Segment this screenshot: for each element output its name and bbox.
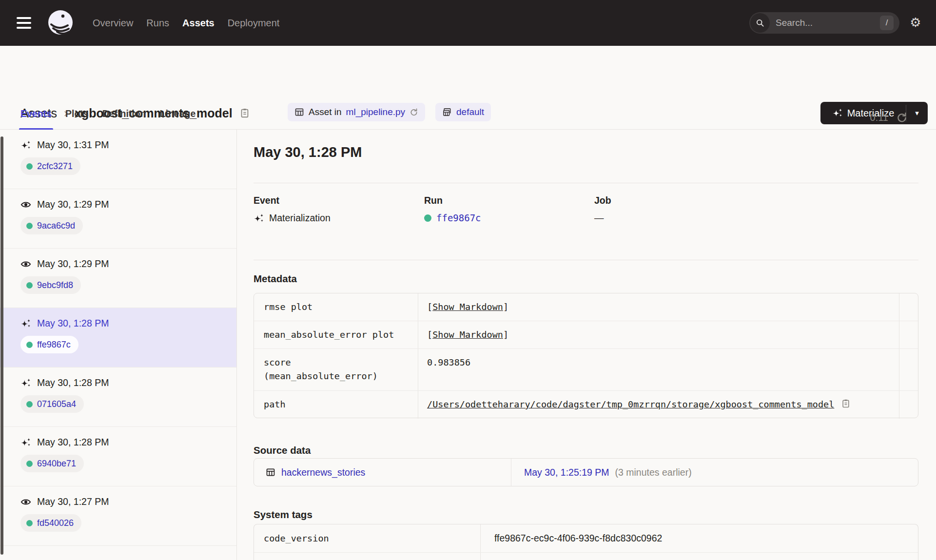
run-status-dot	[26, 401, 33, 407]
event-timestamp: May 30, 1:28 PM	[37, 437, 109, 448]
dagster-asset-page: Overview Runs Assets Deployment Search..…	[0, 0, 936, 560]
materialization-sparkle-icon	[20, 140, 31, 151]
run-status-dot	[26, 520, 33, 526]
score-value: 0.983856	[427, 356, 470, 369]
run-id-link[interactable]: 2cfc3271	[37, 161, 73, 172]
hamburger-menu-icon[interactable]	[17, 15, 36, 31]
system-tag-value: ffe9867c-ec9c-4f06-939c-f8dc830c0962	[481, 524, 918, 552]
run-status-dot	[26, 282, 33, 289]
run-id-link[interactable]: fd540026	[37, 518, 74, 528]
countdown-value: 0:11	[870, 112, 888, 123]
event-list-item[interactable]: May 30, 1:28 PM 071605a4	[0, 367, 236, 427]
materialization-sparkle-icon	[20, 378, 31, 388]
event-timestamp: May 30, 1:31 PM	[37, 139, 109, 151]
run-column-label: Run	[424, 195, 443, 206]
event-list-item[interactable]: May 30, 1:28 PM 6940be71	[0, 427, 236, 486]
source-timestamp-link[interactable]: May 30, 1:25:19 PM	[524, 467, 609, 478]
event-detail-panel: May 30, 1:28 PM Event Run Job Materializ…	[237, 130, 936, 560]
source-asset-cell: hackernews_stories	[254, 459, 511, 486]
top-nav-bar: Overview Runs Assets Deployment Search..…	[0, 0, 936, 46]
event-list-item[interactable]: May 30, 1:29 PM 9ebc9fd8	[0, 249, 236, 308]
run-id-badge[interactable]: ffe9867c	[20, 336, 78, 353]
run-id-link[interactable]: ffe9867c	[436, 212, 481, 223]
run-id-badge[interactable]: fd540026	[20, 514, 81, 532]
run-id-badge[interactable]: 9aca6c9d	[20, 217, 83, 234]
system-tag-row-code-version: code_version ffe9867c-ec9c-4f06-939c-f8d…	[254, 524, 918, 553]
event-list-item-selected[interactable]: May 30, 1:28 PM ffe9867c	[0, 308, 236, 367]
asset-tabs: Events Plots Definition Lineage	[20, 103, 195, 130]
search-placeholder: Search...	[776, 18, 880, 28]
search-input[interactable]: Search... /	[749, 12, 899, 34]
gear-icon[interactable]: ⚙	[908, 15, 923, 30]
system-tag-row-partial	[254, 553, 918, 560]
metadata-heading: Metadata	[254, 273, 297, 285]
run-id-link[interactable]: 9aca6c9d	[37, 221, 75, 231]
metadata-action-cell	[899, 321, 918, 348]
metadata-table: rmse plot [Show Markdown] mean_absolute_…	[254, 293, 918, 418]
run-id-badge[interactable]: 9ebc9fd8	[20, 276, 81, 294]
refresh-countdown: 0:11	[870, 112, 908, 123]
run-id-link[interactable]: ffe9867c	[37, 340, 71, 350]
run-id-badge[interactable]: 6940be71	[20, 455, 84, 472]
run-id-badge[interactable]: 071605a4	[20, 395, 84, 413]
metadata-action-cell	[899, 293, 918, 321]
job-value: —	[594, 212, 604, 224]
metadata-action-cell	[899, 349, 918, 390]
metadata-key: rmse plot	[254, 293, 418, 321]
table-grid-icon	[266, 467, 275, 477]
run-id-link[interactable]: 6940be71	[37, 459, 76, 469]
divider	[254, 183, 918, 183]
source-data-heading: Source data	[254, 444, 311, 456]
divider	[254, 260, 918, 260]
source-relative-time: (3 minutes earlier)	[615, 467, 692, 478]
nav-item-runs[interactable]: Runs	[146, 18, 169, 29]
storage-path-link[interactable]: /Users/odetteharary/code/dagster/tmp_0mz…	[427, 398, 834, 411]
run-id-link[interactable]: 071605a4	[37, 399, 76, 409]
dagster-logo-icon[interactable]	[47, 9, 74, 37]
observation-eye-icon	[20, 259, 31, 270]
event-timestamp: May 30, 1:28 PM	[37, 318, 109, 329]
event-column-label: Event	[254, 195, 279, 206]
event-list-item[interactable]: May 30, 1:27 PM fd540026	[0, 486, 236, 546]
nav-item-assets[interactable]: Assets	[182, 18, 214, 29]
source-asset-link[interactable]: hackernews_stories	[281, 467, 365, 478]
refresh-icon[interactable]	[896, 112, 908, 123]
tab-plots[interactable]: Plots	[65, 103, 89, 130]
metadata-action-cell	[899, 391, 918, 419]
materialization-sparkle-icon	[20, 437, 31, 448]
job-column-label: Job	[594, 195, 611, 206]
run-value: ffe9867c	[424, 212, 481, 223]
event-type-value: Materialization	[254, 212, 331, 224]
sidebar-scrollbar[interactable]	[0, 136, 3, 555]
metadata-row-path: path /Users/odetteharary/code/dagster/tm…	[254, 391, 918, 419]
observation-eye-icon	[20, 199, 31, 210]
event-timestamp: May 30, 1:28 PM	[37, 377, 109, 388]
tab-lineage[interactable]: Lineage	[160, 103, 196, 130]
run-status-dot	[26, 342, 33, 348]
nav-item-deployment[interactable]: Deployment	[228, 18, 280, 29]
event-list-item[interactable]: May 30, 1:31 PM 2cfc3271	[0, 130, 236, 189]
run-id-link[interactable]: 9ebc9fd8	[37, 280, 73, 290]
materialization-sparkle-icon	[20, 318, 31, 329]
show-markdown-link[interactable]: [Show Markdown]	[427, 328, 508, 342]
source-data-table: hackernews_stories May 30, 1:25:19 PM (3…	[254, 458, 918, 486]
show-markdown-link[interactable]: [Show Markdown]	[427, 300, 508, 314]
run-id-badge[interactable]: 2cfc3271	[20, 157, 80, 175]
job-empty-dash: —	[594, 212, 604, 224]
event-type-text: Materialization	[269, 212, 331, 224]
nav-item-overview[interactable]: Overview	[93, 18, 133, 29]
run-status-dot	[424, 214, 431, 222]
metadata-row-mae-plot: mean_absolute_error plot [Show Markdown]	[254, 321, 918, 349]
primary-nav: Overview Runs Assets Deployment	[93, 0, 279, 46]
event-list: May 30, 1:31 PM 2cfc3271 May 30, 1:29 PM…	[0, 130, 236, 546]
event-list-item[interactable]: May 30, 1:29 PM 9aca6c9d	[0, 189, 236, 249]
metadata-row-score: score (mean_absolute_error) 0.983856	[254, 349, 918, 391]
search-icon	[750, 13, 770, 33]
run-status-dot	[26, 163, 33, 170]
tab-events[interactable]: Events	[20, 103, 52, 130]
metadata-key: score (mean_absolute_error)	[254, 349, 418, 390]
copy-path-icon[interactable]	[841, 399, 851, 408]
metadata-row-rmse-plot: rmse plot [Show Markdown]	[254, 293, 918, 321]
tab-definition[interactable]: Definition	[102, 103, 146, 130]
source-timestamp-cell: May 30, 1:25:19 PM (3 minutes earlier)	[511, 459, 918, 486]
